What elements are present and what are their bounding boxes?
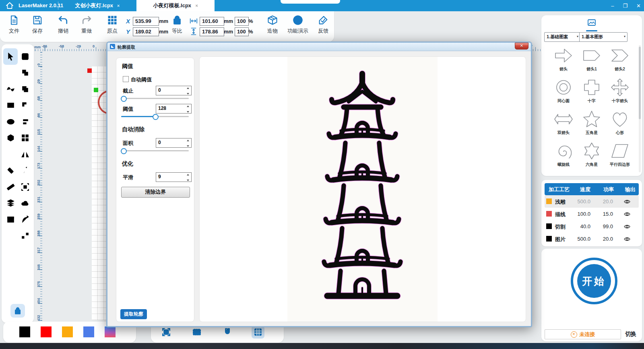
speed-value[interactable]: 500.0: [570, 236, 590, 242]
shape-item[interactable]: 平行四边形: [606, 140, 634, 171]
eye-icon[interactable]: [623, 211, 631, 218]
eye-icon[interactable]: [623, 235, 631, 243]
create-button[interactable]: 造物: [261, 14, 284, 35]
tool-button[interactable]: [18, 195, 32, 212]
selection-handle-green[interactable]: [94, 88, 98, 92]
tool-button[interactable]: [18, 48, 32, 65]
bottom-tool-button[interactable]: [160, 326, 173, 339]
close-button[interactable]: ✕: [636, 3, 641, 9]
power-value[interactable]: 20.0: [594, 198, 613, 204]
tool-button[interactable]: [18, 130, 32, 147]
dialog-close-button[interactable]: ✕: [515, 43, 528, 50]
tool-button[interactable]: [3, 211, 18, 228]
tool-button[interactable]: [3, 114, 18, 130]
process-row[interactable]: 浅雕 500.0 20.0: [545, 195, 639, 208]
tool-button[interactable]: [18, 228, 32, 244]
tool-button[interactable]: [18, 97, 32, 114]
tool-button[interactable]: [3, 81, 18, 97]
dialog-titlebar[interactable]: 轮廓提取 ✕: [107, 43, 531, 51]
smooth-spinner[interactable]: 9: [156, 172, 192, 182]
tool-button[interactable]: [3, 179, 18, 195]
speed-value[interactable]: 500.0: [570, 198, 590, 204]
cutoff-spinner[interactable]: 0: [156, 86, 192, 95]
tool-button[interactable]: [3, 146, 18, 163]
threshold-spinner[interactable]: 128: [156, 104, 192, 114]
color-swatch[interactable]: [41, 326, 52, 337]
document-tab[interactable]: 文创小夜灯.lcpx ×: [58, 0, 136, 11]
switch-button[interactable]: 切换: [625, 330, 636, 338]
shape-item[interactable]: 心形: [606, 108, 634, 140]
shape-item[interactable]: 十字: [578, 76, 606, 108]
scrollbar-thumb[interactable]: [639, 47, 641, 119]
spinner-arrows[interactable]: [186, 87, 190, 95]
connection-status[interactable]: ✕ 未连接: [545, 329, 621, 339]
layer-color-swatch[interactable]: [546, 236, 552, 242]
shape-item[interactable]: 五角星: [578, 108, 606, 140]
origin-button[interactable]: 原点: [101, 14, 124, 35]
tool-button[interactable]: [3, 48, 18, 65]
color-swatch[interactable]: [19, 326, 30, 337]
spinner-arrows[interactable]: [186, 139, 190, 148]
tool-button[interactable]: [18, 163, 32, 179]
power-value[interactable]: 99.0: [594, 223, 613, 229]
document-tab[interactable]: 小夜灯模板.lcpx ×: [136, 0, 215, 11]
proportional-lock-button[interactable]: 等比: [165, 14, 189, 35]
tool-button[interactable]: [18, 146, 32, 163]
home-icon[interactable]: [5, 1, 14, 10]
shape-item[interactable]: 十字箭头: [606, 76, 634, 108]
bottom-tool-button[interactable]: [221, 326, 234, 339]
tool-button[interactable]: [3, 65, 18, 81]
shape-library-tab[interactable]: [585, 19, 598, 31]
threshold-slider[interactable]: [121, 114, 189, 119]
tool-button[interactable]: [3, 130, 18, 147]
shape-item[interactable]: 六角星: [578, 140, 606, 171]
tool-button[interactable]: [18, 211, 32, 228]
color-swatch[interactable]: [83, 326, 94, 337]
minimize-button[interactable]: –: [611, 3, 614, 9]
bottom-tool-button[interactable]: [252, 326, 264, 339]
demo-button[interactable]: 功能演示: [285, 14, 311, 35]
scrollbar[interactable]: [639, 45, 641, 172]
shape-item[interactable]: 箭头: [549, 44, 578, 76]
undo-button[interactable]: 撤销: [52, 14, 75, 35]
feedback-button[interactable]: 反馈: [312, 14, 335, 35]
power-value[interactable]: 15.0: [594, 211, 613, 217]
category-dropdown-right[interactable]: 1.基本图形 ▾: [579, 32, 627, 42]
maximize-button[interactable]: ❐: [623, 3, 627, 9]
x-position-field[interactable]: 535.99: [133, 17, 159, 26]
clear-border-button[interactable]: 清除边界: [121, 187, 190, 198]
layer-color-swatch[interactable]: [546, 211, 552, 217]
area-slider[interactable]: [121, 148, 189, 153]
y-position-field[interactable]: 189.02: [133, 27, 159, 36]
layer-color-swatch[interactable]: [546, 198, 552, 204]
extract-contour-button[interactable]: 提取轮廓: [120, 309, 147, 319]
file-button[interactable]: 文件: [2, 14, 26, 35]
shape-item[interactable]: 双箭头: [549, 108, 578, 140]
area-spinner[interactable]: 0: [156, 138, 192, 148]
bottom-tool-button[interactable]: [190, 326, 203, 339]
width-scale-field[interactable]: 100: [235, 17, 249, 26]
layer-color-swatch[interactable]: [546, 223, 552, 229]
tool-button[interactable]: [3, 195, 18, 212]
shape-item[interactable]: 箭头2: [606, 44, 634, 76]
eye-icon[interactable]: [623, 223, 631, 230]
process-row[interactable]: 切割 40.0 99.0: [545, 220, 639, 233]
shape-item[interactable]: 同心圆: [549, 76, 578, 108]
spinner-arrows[interactable]: [186, 105, 190, 114]
tool-button[interactable]: [3, 163, 18, 179]
start-button[interactable]: 开始: [571, 258, 617, 304]
category-dropdown-left[interactable]: 1.基础图案 ▾: [544, 32, 580, 42]
preview-image[interactable]: [287, 57, 438, 322]
slider-thumb[interactable]: [121, 96, 127, 102]
height-field[interactable]: 178.86: [200, 27, 224, 36]
color-swatch[interactable]: [105, 326, 116, 337]
selection-handle-red[interactable]: [87, 68, 92, 73]
height-scale-field[interactable]: 100: [235, 27, 249, 36]
tab-close-icon[interactable]: ×: [117, 3, 120, 8]
new-tab-button[interactable]: +: [192, 0, 200, 11]
shape-item[interactable]: 箭头1: [578, 44, 606, 76]
speed-value[interactable]: 40.0: [570, 223, 590, 229]
tool-button[interactable]: [18, 114, 32, 130]
shape-item[interactable]: 螺旋线: [549, 140, 578, 171]
tool-button[interactable]: [18, 81, 32, 97]
